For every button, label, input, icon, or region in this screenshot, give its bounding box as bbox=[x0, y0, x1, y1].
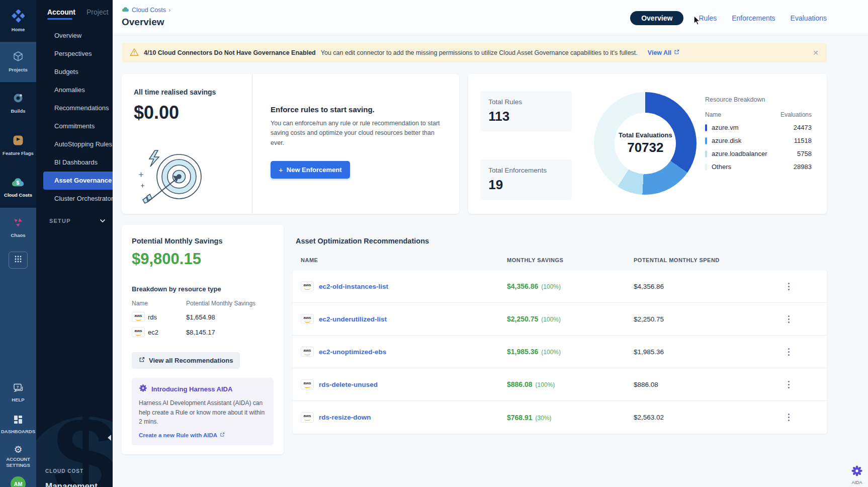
rule-link[interactable]: ec2-unoptimized-ebs bbox=[319, 348, 386, 356]
table-row[interactable]: aws ec2-underutilized-list $2,250.75(100… bbox=[293, 303, 827, 336]
sidebar-item-commitments[interactable]: Commitments bbox=[36, 117, 113, 135]
module-rail: Home Projects bbox=[0, 0, 36, 487]
rule-link[interactable]: rds-resize-down bbox=[319, 414, 371, 421]
breadcrumb-cloud-costs-link[interactable]: Cloud Costs bbox=[132, 7, 166, 14]
tab-evaluations[interactable]: Evaluations bbox=[791, 11, 827, 25]
asset-optimization-recommendations: Asset Optimization Recommendations NAME … bbox=[293, 225, 827, 434]
sidebar-collapse-icon[interactable] bbox=[107, 434, 112, 443]
table-row[interactable]: aws ec2-old-instances-list $4,356.86(100… bbox=[293, 270, 827, 303]
projects-cube-icon bbox=[12, 51, 24, 65]
resource-breakdown: Resource Breakdown Name Evaluations azur… bbox=[705, 86, 815, 202]
sidebar-item-bi-dashboards[interactable]: BI Dashboards bbox=[36, 153, 113, 172]
aida-promo-box: Introducing Harness AIDA Harness AI Deve… bbox=[132, 378, 274, 445]
module-grid-button[interactable] bbox=[9, 252, 28, 269]
total-rules-label: Total Rules bbox=[488, 98, 564, 106]
tab-account[interactable]: Account bbox=[47, 8, 75, 16]
sidebar-item-recommendations[interactable]: Recommendations bbox=[36, 99, 113, 117]
sidebar-item-autostopping-rules[interactable]: AutoStopping Rules bbox=[36, 135, 113, 153]
potential-col-name: Name bbox=[132, 300, 186, 307]
view-all-recommendations-button[interactable]: View all Recommendations bbox=[132, 352, 240, 369]
rail-account-settings-label: ACCOUNT SETTINGS bbox=[3, 456, 34, 468]
recommendations-table: aws ec2-old-instances-list $4,356.86(100… bbox=[293, 270, 827, 434]
col-monthly-savings: MONTHLY SAVINGS bbox=[507, 257, 634, 263]
legend-swatch bbox=[705, 124, 707, 131]
tab-rules[interactable]: Rules bbox=[699, 11, 717, 25]
help-chat-icon: ? bbox=[13, 383, 24, 395]
banner-message: You can edit connector to add the missin… bbox=[321, 49, 638, 56]
sidebar-footer: $ CLOUD COST Management bbox=[36, 376, 113, 487]
svg-text:$: $ bbox=[17, 180, 20, 186]
rail-help[interactable]: ? HELP bbox=[12, 383, 24, 403]
sidebar-item-budgets[interactable]: Budgets bbox=[36, 63, 113, 81]
kebab-menu-icon[interactable] bbox=[785, 283, 793, 290]
sidebar-item-cluster-orchestrator[interactable]: Cluster Orchestrator bbox=[36, 190, 113, 208]
rail-dashboards[interactable]: DASHBOARDS bbox=[1, 415, 35, 435]
rail-chaos[interactable]: Chaos bbox=[0, 208, 36, 247]
kebab-menu-icon[interactable] bbox=[785, 315, 793, 323]
rail-home[interactable]: Home bbox=[0, 0, 36, 42]
tab-project[interactable]: Project bbox=[86, 8, 109, 16]
rail-projects[interactable]: Projects bbox=[0, 42, 36, 82]
rule-link[interactable]: ec2-old-instances-list bbox=[319, 283, 388, 290]
sidebar-item-perspectives[interactable]: Perspectives bbox=[36, 45, 113, 63]
table-row[interactable]: aws rds-delete-unused $886.08(100%) $886… bbox=[293, 368, 827, 401]
banner-close-icon[interactable]: ✕ bbox=[813, 49, 819, 57]
kebab-menu-icon[interactable] bbox=[785, 381, 793, 388]
kebab-menu-icon[interactable] bbox=[785, 414, 793, 421]
banner-title: 4/10 Cloud Connectors Do Not Have Govern… bbox=[144, 49, 316, 56]
col-name: NAME bbox=[301, 257, 507, 263]
aws-icon: aws bbox=[301, 413, 314, 423]
aws-icon: aws bbox=[301, 347, 314, 357]
breakdown-row: Others28983 bbox=[705, 163, 812, 171]
app-root: Home Projects bbox=[0, 0, 868, 487]
page-title: Overview bbox=[122, 17, 170, 28]
sidebar-item-asset-governance[interactable]: Asset Governance bbox=[43, 172, 113, 190]
recommendations-table-header: NAME MONTHLY SAVINGS POTENTIAL MONTHLY S… bbox=[293, 257, 827, 263]
sidebar: Account Project Overview Perspectives Bu… bbox=[36, 0, 113, 487]
sidebar-item-anomalies[interactable]: Anomalies bbox=[36, 81, 113, 99]
kebab-menu-icon[interactable] bbox=[785, 348, 793, 356]
dashboards-icon bbox=[13, 415, 23, 427]
new-enforcement-button[interactable]: + New Enforcement bbox=[271, 161, 350, 179]
resource-breakdown-title: Resource Breakdown bbox=[705, 96, 812, 103]
banner-view-all-link[interactable]: View All bbox=[648, 49, 679, 56]
aida-body: Harness AI Development Assistant (AIDA) … bbox=[139, 398, 267, 427]
rail-cloud-costs[interactable]: $ Cloud Costs bbox=[0, 166, 36, 208]
tab-enforcements[interactable]: Enforcements bbox=[732, 11, 775, 25]
plus-icon: + bbox=[279, 166, 283, 174]
external-link-icon bbox=[220, 432, 225, 438]
header-tabs: Overview Rules Enforcements Evaluations bbox=[630, 6, 827, 35]
enforce-cta-body: You can enforce/run any rule or rule rec… bbox=[271, 119, 441, 148]
breakdown-by-resource-title: Breakdown by resource type bbox=[132, 285, 274, 293]
enforce-cta-title: Enforce rules to start saving. bbox=[271, 105, 441, 114]
rail-dashboards-label: DASHBOARDS bbox=[1, 429, 35, 435]
rail-help-label: HELP bbox=[12, 397, 24, 403]
sidebar-setup-toggle[interactable]: SETUP bbox=[36, 208, 113, 224]
realised-savings-value: $0.00 bbox=[134, 102, 252, 123]
chevron-down-icon bbox=[100, 218, 106, 224]
rule-link[interactable]: ec2-underutilized-list bbox=[319, 315, 387, 323]
account-tab-underline bbox=[47, 18, 72, 20]
rail-builds[interactable]: Builds bbox=[0, 82, 36, 124]
sidebar-footer-kicker: CLOUD COST bbox=[45, 468, 83, 474]
breakdown-row: azure.loadbalancer5758 bbox=[705, 150, 812, 157]
table-row[interactable]: aws ec2-unoptimized-ebs $1,985.36(100%) … bbox=[293, 336, 827, 368]
rail-account-settings[interactable]: ⚙ ACCOUNT SETTINGS bbox=[3, 445, 34, 468]
aida-fab-button[interactable]: AIDA bbox=[851, 465, 863, 485]
realised-savings-card: All time realised savings $0.00 bbox=[122, 74, 459, 214]
user-avatar[interactable]: AM bbox=[11, 476, 26, 487]
feature-flags-icon bbox=[12, 134, 24, 148]
total-enforcements-label: Total Enforcements bbox=[488, 167, 564, 174]
sidebar-item-overview[interactable]: Overview bbox=[36, 27, 113, 45]
cloud-costs-icon: $ bbox=[11, 176, 25, 190]
rule-link[interactable]: rds-delete-unused bbox=[319, 381, 378, 388]
aida-create-rule-link[interactable]: Create a new Rule with AIDA bbox=[139, 432, 225, 438]
governance-warning-banner: 4/10 Cloud Connectors Do Not Have Govern… bbox=[122, 43, 827, 62]
table-row[interactable]: aws rds-resize-down $768.91(30%) $2,563.… bbox=[293, 401, 827, 434]
rail-feature-flags[interactable]: Feature Flags bbox=[0, 124, 36, 166]
potential-savings-title: Potential Monthly Savings bbox=[132, 237, 274, 245]
tab-overview[interactable]: Overview bbox=[630, 11, 683, 25]
breakdown-col-name: Name bbox=[705, 111, 721, 118]
aida-title: Introducing Harness AIDA bbox=[151, 385, 232, 393]
breakdown-row: azure.disk11518 bbox=[705, 137, 812, 144]
